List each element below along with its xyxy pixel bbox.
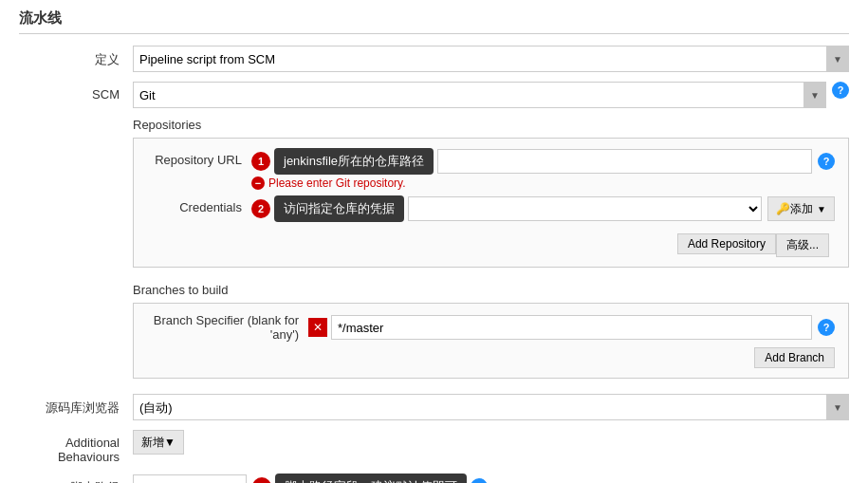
repo-url-row: Repository URL 1 jenkinsfile所在的仓库路径 ? −	[147, 148, 835, 190]
branch-input-wrap: ✕ ?	[308, 315, 835, 340]
repositories-row: Repositories Repository URL 1 jenkinsfil…	[19, 118, 849, 273]
source-browser-row: 源码库浏览器 (自动) ▼	[19, 394, 849, 420]
advanced-button[interactable]: 高级...	[776, 233, 829, 257]
add-repository-button[interactable]: Add Repository	[677, 233, 776, 254]
source-browser-select[interactable]: (自动)	[133, 394, 849, 420]
branch-specifier-row: Branch Specifier (blank for 'any') ✕ ?	[147, 313, 835, 342]
scm-label: SCM	[19, 82, 133, 102]
scm-select[interactable]: Git None Subversion	[133, 82, 826, 108]
add-new-dropdown-arrow: ▼	[164, 436, 175, 449]
branches-section: Branch Specifier (blank for 'any') ✕ ? A…	[133, 303, 849, 379]
step2-badge: 2	[251, 199, 270, 218]
error-text: Please enter Git repository.	[268, 176, 406, 190]
scm-control: Git None Subversion ▼	[133, 82, 826, 108]
scm-select-wrap: Git None Subversion ▼	[133, 82, 826, 108]
repo-url-input[interactable]	[437, 149, 812, 174]
credentials-tooltip: 访问指定仓库的凭据	[274, 195, 404, 222]
add-new-behaviour-button[interactable]: 新增 ▼	[133, 430, 184, 455]
definition-label: 定义	[19, 46, 133, 68]
add-new-label: 新增	[141, 435, 164, 451]
definition-control: Pipeline script from SCM Pipeline script…	[133, 46, 849, 72]
page-container: 流水线 定义 Pipeline script from SCM Pipeline…	[0, 0, 868, 483]
definition-row: 定义 Pipeline script from SCM Pipeline scr…	[19, 46, 849, 72]
script-path-row: 脚本路径 3 脚本路径字段，建议默认值即可 ?	[19, 474, 849, 483]
source-browser-control: (自动) ▼	[133, 394, 849, 420]
scm-row: SCM Git None Subversion ▼ ?	[19, 82, 849, 108]
branch-specifier-input[interactable]	[331, 315, 812, 340]
script-path-control: 3 脚本路径字段，建议默认值即可 ?	[133, 474, 849, 483]
credentials-row: Credentials 2 访问指定仓库的凭据 🔑 添加 ▼	[147, 195, 835, 222]
add-branch-button[interactable]: Add Branch	[754, 347, 835, 368]
repo-url-tooltip: jenkinsfile所在的仓库路径	[274, 148, 434, 175]
definition-select-wrap: Pipeline script from SCM Pipeline script…	[133, 46, 849, 72]
repositories-control: Repositories Repository URL 1 jenkinsfil…	[133, 118, 849, 273]
repositories-section: Repository URL 1 jenkinsfile所在的仓库路径 ? −	[133, 138, 849, 268]
repo-url-input-wrap: 1 jenkinsfile所在的仓库路径 ?	[251, 148, 835, 175]
add-credentials-dropdown-arrow: ▼	[817, 204, 826, 214]
repositories-label	[19, 118, 133, 123]
step3-badge: 3	[252, 477, 271, 483]
source-browser-label: 源码库浏览器	[19, 394, 133, 417]
branches-control: Branches to build Branch Specifier (blan…	[133, 283, 849, 384]
step1-badge: 1	[251, 152, 270, 171]
repositories-title: Repositories	[133, 118, 849, 132]
additional-behaviours-control: 新增 ▼	[133, 430, 849, 455]
error-icon: −	[251, 176, 265, 190]
credentials-input-wrap: 2 访问指定仓库的凭据 🔑 添加 ▼	[251, 195, 835, 222]
branch-help-icon[interactable]: ?	[818, 319, 835, 336]
definition-select[interactable]: Pipeline script from SCM Pipeline script	[133, 46, 849, 72]
script-path-help-icon[interactable]: ?	[471, 478, 488, 483]
page-title: 流水线	[19, 9, 849, 34]
delete-branch-button[interactable]: ✕	[308, 318, 327, 337]
add-credentials-label: 添加	[790, 201, 813, 217]
add-key-icon: 🔑	[776, 202, 790, 215]
credentials-select[interactable]	[408, 196, 762, 221]
scm-help-icon[interactable]: ?	[832, 82, 849, 99]
add-credentials-button[interactable]: 🔑 添加 ▼	[767, 196, 835, 221]
branches-label	[19, 283, 133, 288]
script-path-tooltip: 脚本路径字段，建议默认值即可	[275, 474, 467, 483]
branches-title: Branches to build	[133, 283, 849, 297]
repo-buttons-row: 高级... Add Repository	[147, 228, 835, 257]
branches-row: Branches to build Branch Specifier (blan…	[19, 283, 849, 384]
script-path-input[interactable]	[133, 474, 247, 483]
add-branch-row: Add Branch	[147, 347, 835, 368]
additional-behaviours-label: Additional Behaviours	[19, 430, 133, 464]
additional-behaviours-row: Additional Behaviours 新增 ▼	[19, 430, 849, 464]
credentials-label: Credentials	[147, 195, 251, 214]
source-browser-select-wrap: (自动) ▼	[133, 394, 849, 420]
script-path-label: 脚本路径	[19, 474, 133, 483]
repo-url-help-icon[interactable]: ?	[818, 153, 835, 170]
repo-url-error: − Please enter Git repository.	[251, 176, 835, 190]
repo-url-label: Repository URL	[147, 148, 251, 167]
repo-url-input-block: 1 jenkinsfile所在的仓库路径 ? − Please enter Gi…	[251, 148, 835, 190]
branch-specifier-label: Branch Specifier (blank for 'any')	[147, 313, 308, 342]
